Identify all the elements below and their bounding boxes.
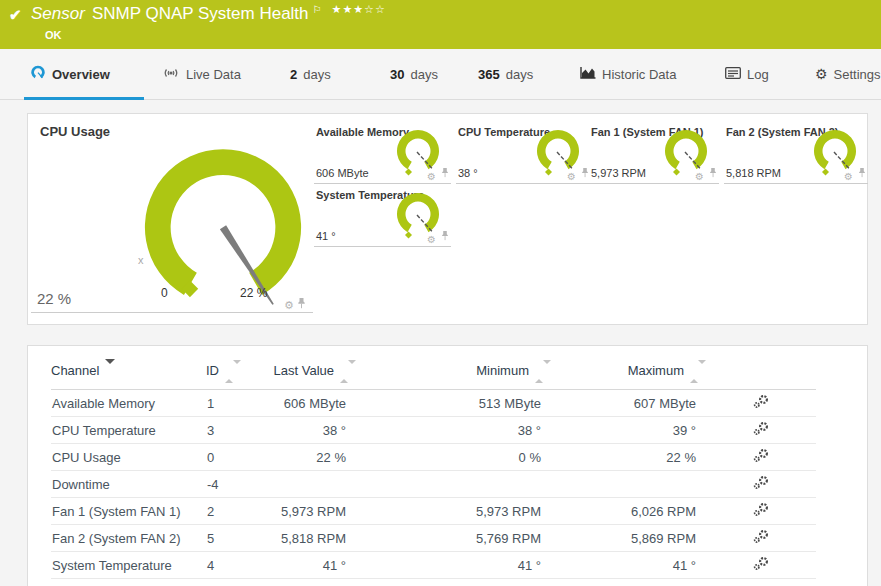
edit-channel-icon[interactable]	[753, 529, 770, 547]
tab-365-days[interactable]: 365 days	[478, 49, 533, 99]
table-row[interactable]: CPU Usage 0 22 % 0 % 22 %	[51, 444, 816, 471]
channel-cell: Available Memory	[51, 390, 206, 417]
maximum-cell: 41 °	[551, 552, 706, 579]
column-header-actions	[706, 363, 816, 390]
pin-icon[interactable]	[858, 164, 866, 182]
pin-icon[interactable]	[581, 164, 589, 182]
pin-icon[interactable]	[441, 164, 449, 182]
log-list-icon	[725, 67, 741, 82]
table-row[interactable]: Downtime -4	[51, 471, 816, 498]
minimum-cell: 41 °	[356, 552, 551, 579]
pin-icon[interactable]	[297, 295, 306, 312]
minimum-cell	[356, 471, 551, 498]
id-cell: 1	[206, 390, 261, 417]
table-header-row: Channel ID Last Value Minimum Maximum	[51, 363, 816, 390]
tab-30-days-label: days	[410, 67, 437, 82]
gauge-scale-max: 22 %	[240, 286, 267, 300]
table-row[interactable]: System Temperature 4 41 ° 41 ° 41 °	[51, 552, 816, 579]
sort-icon	[225, 364, 241, 379]
column-header-id[interactable]: ID	[206, 363, 261, 390]
column-header-channel[interactable]: Channel	[51, 363, 206, 390]
last-value-cell: 606 MByte	[261, 390, 356, 417]
minimum-cell: 5,973 RPM	[356, 498, 551, 525]
page-title: SensorSNMP QNAP System Health⚐★★★☆☆	[31, 4, 386, 24]
maximum-cell: 39 °	[551, 417, 706, 444]
gauge-scale-min: 0	[161, 286, 168, 300]
tab-log-label: Log	[747, 67, 769, 82]
gauge-icon	[30, 65, 46, 84]
pin-icon[interactable]	[709, 164, 717, 182]
cpu-usage-value: 22 %	[37, 290, 71, 307]
maximum-cell	[551, 471, 706, 498]
maximum-cell: 5,869 RPM	[551, 525, 706, 552]
gear-icon[interactable]: ⚙	[427, 171, 436, 182]
table-row[interactable]: Fan 2 (System FAN 2) 5 5,818 RPM 5,769 R…	[51, 525, 816, 552]
tile-value: 606 MByte	[316, 167, 369, 179]
column-header-minimum[interactable]: Minimum	[356, 363, 551, 390]
table-row[interactable]: Fan 1 (System FAN 1) 2 5,973 RPM 5,973 R…	[51, 498, 816, 525]
edit-channel-icon[interactable]	[753, 556, 770, 574]
gear-icon[interactable]: ⚙	[567, 171, 576, 182]
tab-log[interactable]: Log	[725, 49, 769, 99]
priority-stars[interactable]: ★★★☆☆	[332, 3, 386, 15]
gear-icon[interactable]: ⚙	[284, 299, 294, 311]
edit-channel-icon[interactable]	[753, 475, 770, 493]
sort-icon	[340, 364, 356, 379]
tab-overview-label: Overview	[52, 67, 110, 82]
tile-value: 5,973 RPM	[591, 167, 646, 179]
last-value-cell: 41 °	[261, 552, 356, 579]
gear-icon[interactable]: ⚙	[695, 171, 704, 182]
status-ok-check-icon: ✔	[9, 6, 22, 24]
broadcast-icon	[162, 66, 180, 83]
gauge-tile-cpu-temperature: CPU Temperature 38 ° ⚙	[456, 123, 591, 184]
minimum-cell: 513 MByte	[356, 390, 551, 417]
settings-gear-icon: ⚙	[815, 67, 828, 81]
gauge-tile-fan2: Fan 2 (System FAN 2) 5,818 RPM ⚙	[724, 123, 868, 184]
sensor-name: SNMP QNAP System Health	[92, 4, 309, 23]
priority-flag-icon[interactable]: ⚐	[313, 4, 322, 15]
tab-settings-label: Settings	[834, 67, 881, 82]
last-value-cell: 5,973 RPM	[261, 498, 356, 525]
tab-overview[interactable]: Overview	[30, 49, 110, 99]
channel-cell: CPU Usage	[51, 444, 206, 471]
tab-settings[interactable]: ⚙ Settings	[815, 49, 881, 99]
gauge-tile-fan1: Fan 1 (System FAN 1) 5,973 RPM ⚙	[589, 123, 719, 184]
minimum-cell: 5,769 RPM	[356, 525, 551, 552]
table-row[interactable]: Available Memory 1 606 MByte 513 MByte 6…	[51, 390, 816, 417]
sort-desc-icon	[105, 364, 115, 379]
tile-divider	[31, 312, 313, 313]
tile-value: 41 °	[316, 230, 336, 242]
channels-table: Channel ID Last Value Minimum Maximum Av…	[51, 363, 816, 579]
gauges-panel: CPU Usage x 0 22 % 22 % ⚙ Available Memo…	[27, 113, 868, 325]
edit-channel-icon[interactable]	[753, 502, 770, 520]
column-header-last-value[interactable]: Last Value	[261, 363, 356, 390]
maximum-cell: 22 %	[551, 444, 706, 471]
last-value-cell	[261, 471, 356, 498]
id-cell: 5	[206, 525, 261, 552]
maximum-cell: 607 MByte	[551, 390, 706, 417]
gear-icon[interactable]: ⚙	[844, 171, 853, 182]
pin-icon[interactable]	[441, 227, 449, 245]
sensor-status-header: ✔ SensorSNMP QNAP System Health⚐★★★☆☆ OK	[0, 0, 881, 49]
tab-historic-data[interactable]: Historic Data	[580, 49, 676, 99]
table-row[interactable]: CPU Temperature 3 38 ° 38 ° 39 °	[51, 417, 816, 444]
stars-empty: ☆☆	[364, 3, 386, 15]
edit-channel-icon[interactable]	[753, 448, 770, 466]
tab-2-days[interactable]: 2 days	[290, 49, 331, 99]
tile-value: 38 °	[458, 167, 478, 179]
minimum-cell: 0 %	[356, 444, 551, 471]
gear-icon[interactable]: ⚙	[427, 234, 436, 245]
tab-30-days[interactable]: 30 days	[390, 49, 438, 99]
sort-icon	[535, 364, 551, 379]
column-header-maximum[interactable]: Maximum	[551, 363, 706, 390]
gauge-tile-system-temperature: System Temperature 41 ° ⚙	[314, 186, 451, 247]
edit-channel-icon[interactable]	[753, 394, 770, 412]
tab-365-days-label: days	[506, 67, 533, 82]
channel-cell: CPU Temperature	[51, 417, 206, 444]
edit-channel-icon[interactable]	[753, 421, 770, 439]
tab-live-data[interactable]: Live Data	[162, 49, 241, 99]
channel-cell: Fan 2 (System FAN 2)	[51, 525, 206, 552]
channel-cell: System Temperature	[51, 552, 206, 579]
main-gauge-title: CPU Usage	[40, 124, 110, 139]
gauge-tile-available-memory: Available Memory 606 MByte ⚙	[314, 123, 451, 184]
